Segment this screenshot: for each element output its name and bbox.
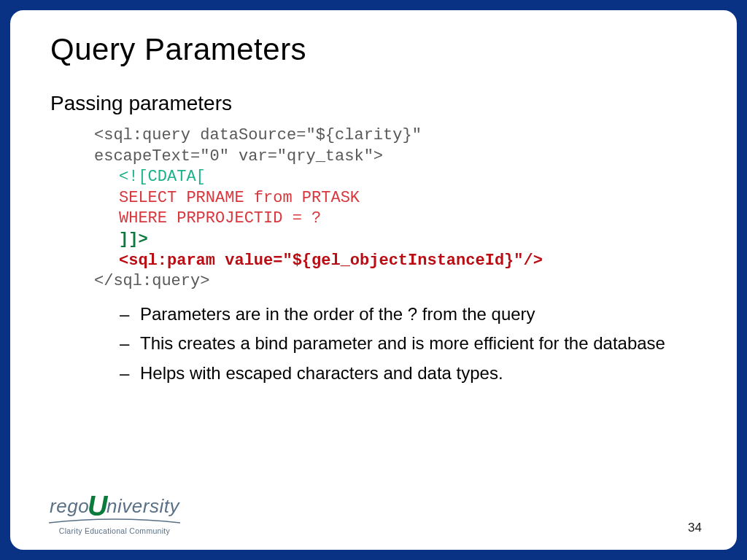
list-item: – Parameters are in the order of the ? f… xyxy=(120,303,697,326)
slide-subtitle: Passing parameters xyxy=(50,92,697,115)
bullet-text: This creates a bind parameter and is mor… xyxy=(140,332,665,355)
code-block: <sql:query dataSource="${clarity}" escap… xyxy=(94,125,697,292)
logo-prefix: rego xyxy=(50,495,89,517)
bullet-list: – Parameters are in the order of the ? f… xyxy=(120,303,697,391)
bullet-dash-icon: – xyxy=(120,303,140,326)
slide-title: Query Parameters xyxy=(50,32,697,67)
logo: regoUniversity Clarity Educational Commu… xyxy=(45,492,184,535)
logo-suffix: niversity xyxy=(107,495,179,517)
footer: regoUniversity Clarity Educational Commu… xyxy=(45,492,702,535)
bullet-dash-icon: – xyxy=(120,362,140,385)
code-line: <sql:query dataSource="${clarity}" xyxy=(94,125,697,147)
list-item: – This creates a bind parameter and is m… xyxy=(120,332,697,355)
code-line-cdata-open: <![CDATA[ xyxy=(119,167,697,188)
logo-tagline: Clarity Educational Community xyxy=(59,526,170,535)
code-line-param: <sql:param value="${gel_objectInstanceId… xyxy=(119,251,697,272)
code-line-cdata-close: ]]> xyxy=(119,230,697,251)
code-line: escapeText="0" var="qry_task"> xyxy=(94,147,697,168)
logo-u: U xyxy=(88,492,108,520)
slide-container: Query Parameters Passing parameters <sql… xyxy=(10,10,737,550)
code-line-sql: SELECT PRNAME from PRTASK xyxy=(119,188,697,209)
logo-wordmark: regoUniversity xyxy=(50,492,179,520)
page-number: 34 xyxy=(688,521,702,535)
bullet-text: Parameters are in the order of the ? fro… xyxy=(140,303,535,326)
code-line: </sql:query> xyxy=(94,271,697,292)
code-line-sql: WHERE PRPROJECTID = ? xyxy=(119,209,697,230)
bullet-text: Helps with escaped characters and data t… xyxy=(140,362,503,385)
bullet-dash-icon: – xyxy=(120,332,140,355)
list-item: – Helps with escaped characters and data… xyxy=(120,362,697,385)
